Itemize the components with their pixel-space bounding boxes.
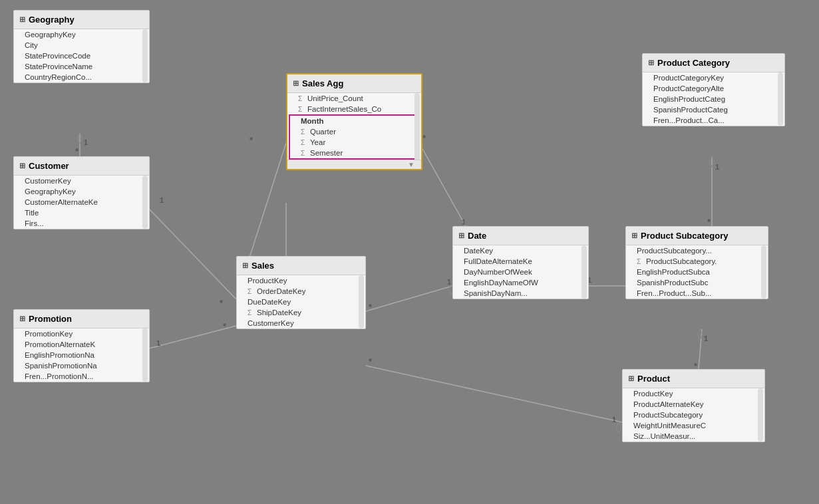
table-row: Siz...UnitMeasur... bbox=[623, 431, 764, 441]
product-subcategory-title: Product Subcategory bbox=[641, 231, 728, 241]
table-row: Title bbox=[14, 207, 149, 218]
table-icon: ⊞ bbox=[293, 79, 299, 88]
product-title: Product bbox=[637, 374, 670, 384]
svg-text:*: * bbox=[707, 217, 711, 227]
geography-table[interactable]: ⊞ Geography GeographyKey City StateProvi… bbox=[13, 10, 150, 83]
table-icon: ⊞ bbox=[648, 59, 654, 67]
table-row: ProductCategoryAlte bbox=[643, 83, 784, 94]
table-row: EnglishPromotionNa bbox=[14, 350, 149, 360]
svg-line-19 bbox=[366, 286, 452, 311]
sales-agg-table[interactable]: ⊞ Sales Agg Σ UnitPrice_Count Σ FactInte… bbox=[286, 73, 422, 170]
svg-text:*: * bbox=[223, 321, 227, 331]
svg-text:*: * bbox=[220, 298, 224, 308]
table-row: SpanishProductSubc bbox=[626, 277, 768, 288]
svg-text:*: * bbox=[369, 356, 373, 366]
svg-text:1: 1 bbox=[84, 138, 88, 146]
table-row: GeographyKey bbox=[14, 186, 149, 197]
svg-marker-37 bbox=[616, 422, 621, 433]
svg-text:1: 1 bbox=[156, 339, 160, 347]
table-row: CustomerKey bbox=[237, 318, 365, 328]
table-row: EnglishProductSubca bbox=[626, 267, 768, 277]
svg-marker-3 bbox=[77, 133, 82, 144]
table-row: Σ FactInternetSales_Co bbox=[287, 104, 421, 114]
customer-table[interactable]: ⊞ Customer CustomerKey GeographyKey Cust… bbox=[13, 156, 150, 229]
svg-text:1: 1 bbox=[715, 163, 719, 171]
table-row: Σ Quarter bbox=[290, 126, 418, 137]
svg-line-8 bbox=[146, 326, 236, 349]
svg-text:*: * bbox=[75, 146, 79, 156]
svg-text:1: 1 bbox=[462, 218, 466, 226]
table-row: Σ Year bbox=[290, 137, 418, 148]
table-row: SpanishDayNam... bbox=[453, 288, 588, 299]
svg-text:1: 1 bbox=[612, 416, 616, 424]
table-icon: ⊞ bbox=[19, 15, 25, 24]
sales-title: Sales bbox=[251, 261, 274, 271]
customer-title: Customer bbox=[29, 161, 69, 171]
table-row: City bbox=[14, 40, 149, 51]
table-row: DueDateKey bbox=[237, 297, 365, 307]
product-table-header: ⊞ Product bbox=[623, 370, 764, 388]
sales-agg-table-header: ⊞ Sales Agg bbox=[287, 74, 421, 93]
table-row: Fren...Product...Sub... bbox=[626, 288, 768, 299]
svg-text:*: * bbox=[369, 302, 373, 312]
svg-marker-29 bbox=[709, 156, 715, 167]
geography-title: Geography bbox=[29, 15, 75, 25]
table-row: ProductKey bbox=[237, 275, 365, 286]
table-row: Σ OrderDateKey bbox=[237, 286, 365, 297]
table-row: GeographyKey bbox=[14, 29, 149, 40]
product-subcategory-table[interactable]: ⊞ Product Subcategory ProductSubcategory… bbox=[625, 226, 768, 299]
table-row: FullDateAlternateKe bbox=[453, 256, 588, 267]
product-table[interactable]: ⊞ Product ProductKey ProductAlternateKey… bbox=[622, 369, 765, 442]
date-title: Date bbox=[468, 231, 486, 241]
table-row: PromotionKey bbox=[14, 328, 149, 339]
table-icon: ⊞ bbox=[19, 162, 25, 170]
customer-table-header: ⊞ Customer bbox=[14, 157, 149, 176]
table-row: CustomerKey bbox=[14, 176, 149, 186]
promotion-title: Promotion bbox=[29, 314, 72, 324]
svg-text:1: 1 bbox=[447, 278, 451, 286]
table-row: PromotionAlternateK bbox=[14, 339, 149, 350]
table-icon: ⊞ bbox=[242, 261, 248, 270]
table-row: Σ UnitPrice_Count bbox=[287, 93, 421, 104]
table-icon: ⊞ bbox=[458, 231, 464, 240]
svg-text:1: 1 bbox=[160, 196, 164, 204]
svg-line-15 bbox=[419, 143, 466, 226]
table-row: ProductCategoryKey bbox=[643, 72, 784, 83]
table-icon: ⊞ bbox=[631, 231, 637, 240]
svg-marker-33 bbox=[697, 329, 703, 340]
promotion-table[interactable]: ⊞ Promotion PromotionKey PromotionAltern… bbox=[13, 309, 150, 382]
svg-line-4 bbox=[146, 206, 236, 299]
table-row: SpanishPromotionNa bbox=[14, 360, 149, 371]
table-row: EnglishDayNameOfW bbox=[453, 277, 588, 288]
date-table[interactable]: ⊞ Date DateKey FullDateAlternateKe DayNu… bbox=[452, 226, 589, 299]
svg-text:*: * bbox=[422, 133, 426, 143]
table-row: CountryRegionCo... bbox=[14, 72, 149, 82]
svg-text:*: * bbox=[249, 135, 253, 145]
table-row: CustomerAlternateKe bbox=[14, 197, 149, 207]
table-row: Month bbox=[290, 116, 418, 126]
product-category-table-header: ⊞ Product Category bbox=[643, 54, 784, 72]
table-row: Σ ShipDateKey bbox=[237, 307, 365, 318]
table-row: ProductKey bbox=[623, 388, 764, 399]
table-row: ProductAlternateKey bbox=[623, 399, 764, 410]
date-table-header: ⊞ Date bbox=[453, 227, 588, 245]
table-row: StateProvinceCode bbox=[14, 51, 149, 61]
sales-table[interactable]: ⊞ Sales ProductKey Σ OrderDateKey DueDat… bbox=[236, 256, 366, 329]
product-subcategory-table-header: ⊞ Product Subcategory bbox=[626, 227, 768, 245]
table-icon: ⊞ bbox=[628, 374, 634, 383]
table-row: Fren...Product...Ca... bbox=[643, 115, 784, 126]
table-row: EnglishProductCateg bbox=[643, 94, 784, 104]
table-icon: ⊞ bbox=[19, 315, 25, 323]
svg-line-30 bbox=[699, 329, 702, 369]
svg-line-34 bbox=[366, 366, 622, 422]
product-category-title: Product Category bbox=[657, 58, 730, 68]
table-row: WeightUnitMeasureC bbox=[623, 420, 764, 431]
table-row: Firs... bbox=[14, 218, 149, 229]
table-row: ProductSubcategory... bbox=[626, 245, 768, 256]
svg-text:1: 1 bbox=[704, 334, 708, 342]
table-row: DateKey bbox=[453, 245, 588, 256]
table-row: ProductSubcategory bbox=[623, 410, 764, 420]
table-row: SpanishProductCateg bbox=[643, 104, 784, 115]
sales-agg-title: Sales Agg bbox=[302, 78, 343, 88]
product-category-table[interactable]: ⊞ Product Category ProductCategoryKey Pr… bbox=[642, 53, 785, 126]
